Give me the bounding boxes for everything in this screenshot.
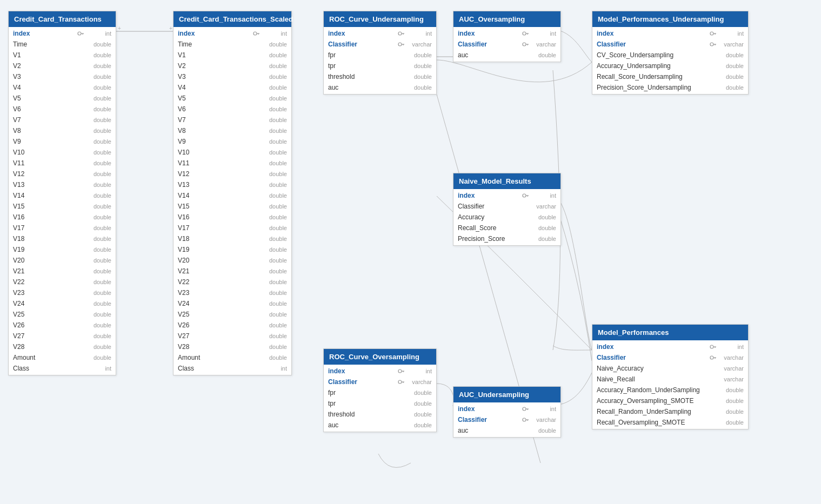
table-auc_undersampling: AUC_UndersamplingindexintClassifiervarch… — [453, 386, 561, 438]
table-row: V17double — [173, 223, 291, 233]
col-name-V5: V5 — [13, 95, 87, 102]
col-type: double — [87, 322, 111, 328]
table-row: V15double — [9, 201, 116, 212]
col-name-Accuracy_Oversampling_SMOTE: Accuracy_Oversampling_SMOTE — [597, 397, 719, 405]
col-type: double — [87, 290, 111, 296]
col-name-V16: V16 — [178, 213, 263, 221]
col-name-V18: V18 — [178, 235, 263, 243]
pk-icon-area — [522, 406, 530, 412]
table-row: indexint — [453, 190, 560, 201]
col-type: double — [719, 84, 744, 91]
table-row: V3double — [9, 71, 116, 82]
col-type: double — [408, 84, 432, 91]
table-row: V6double — [9, 104, 116, 115]
svg-point-43 — [710, 345, 713, 348]
col-name-V24: V24 — [178, 300, 263, 307]
table-row: V7double — [173, 115, 291, 125]
table-credit_card_transactions: Credit_Card_TransactionsindexintTimedoub… — [8, 11, 116, 375]
svg-point-22 — [710, 32, 713, 35]
table-row: thresholddouble — [324, 71, 436, 82]
table-row: Timedouble — [9, 39, 116, 50]
col-name-tpr: tpr — [328, 400, 408, 407]
table-row: V28double — [9, 341, 116, 352]
col-type: varchar — [532, 203, 556, 210]
svg-text:+: + — [118, 25, 121, 31]
table-row: V24double — [9, 298, 116, 309]
col-type: double — [263, 311, 287, 318]
table-row: V20double — [9, 255, 116, 266]
col-name-V11: V11 — [178, 159, 263, 167]
table-row: V15double — [173, 201, 291, 212]
col-type: double — [263, 257, 287, 264]
col-name-V5: V5 — [178, 95, 263, 102]
table-row: V20double — [173, 255, 291, 266]
table-header-auc_undersampling: AUC_Undersampling — [453, 387, 560, 402]
col-type: double — [719, 408, 744, 415]
col-type: double — [263, 160, 287, 166]
table-row: Classifiervarchar — [453, 414, 560, 425]
col-name-V20: V20 — [178, 257, 263, 264]
col-name-index: index — [328, 30, 396, 37]
col-name-V17: V17 — [13, 224, 87, 232]
col-type: double — [87, 236, 111, 242]
table-row: V14double — [173, 190, 291, 201]
col-type: double — [263, 41, 287, 48]
col-type: double — [87, 160, 111, 166]
col-type: double — [719, 63, 744, 69]
col-name-V16: V16 — [13, 213, 87, 221]
col-type: double — [263, 84, 287, 91]
col-type: double — [263, 192, 287, 199]
col-type: double — [87, 257, 111, 264]
col-name-Naive_Accuracy: Naive_Accuracy — [597, 365, 719, 372]
pk-icon-area — [710, 344, 717, 350]
svg-point-34 — [398, 380, 402, 384]
table-header-model_performances: Model_Performances — [592, 325, 748, 340]
pk-icon-area — [398, 368, 405, 374]
col-name-Precision_Score: Precision_Score — [458, 235, 532, 243]
table-header-roc_curve_oversampling: ROC_Curve_Oversampling — [324, 349, 436, 365]
table-row: indexint — [324, 28, 436, 39]
col-type: double — [263, 225, 287, 231]
table-row: V9double — [173, 136, 291, 147]
svg-point-37 — [523, 407, 526, 411]
col-type: double — [263, 138, 287, 145]
col-name-V27: V27 — [178, 332, 263, 340]
col-type: double — [87, 214, 111, 220]
table-row: V4double — [9, 82, 116, 93]
col-name-Naive_Recall: Naive_Recall — [597, 375, 719, 383]
col-type: double — [263, 95, 287, 102]
col-type: double — [87, 192, 111, 199]
col-type: double — [87, 279, 111, 285]
col-name-Class: Class — [178, 365, 263, 372]
table-row: V27double — [9, 331, 116, 341]
col-type: double — [408, 389, 432, 396]
table-header-credit_card_transactions_scaled: Credit_Card_Transactions_Scaled — [173, 11, 291, 27]
table-row: V25double — [173, 309, 291, 320]
col-name-V12: V12 — [178, 170, 263, 178]
table-row: Accuracy_Oversampling_SMOTEdouble — [592, 395, 748, 406]
table-body-model_performances: indexintClassifiervarcharNaive_Accuracyv… — [592, 340, 748, 429]
table-row: V11double — [173, 158, 291, 169]
col-name-V8: V8 — [178, 127, 263, 135]
table-naive_model_results: Naive_Model_ResultsindexintClassifiervar… — [453, 173, 561, 246]
pk-icon-area — [710, 31, 717, 36]
col-type: double — [87, 225, 111, 231]
col-name-V4: V4 — [178, 84, 263, 91]
col-type: double — [87, 95, 111, 102]
table-row: V19double — [9, 244, 116, 255]
col-name-Classifier: Classifier — [328, 378, 396, 386]
table-row: V7double — [9, 115, 116, 125]
col-name-V25: V25 — [13, 311, 87, 318]
fk-icon-area — [522, 417, 530, 422]
col-type: double — [87, 127, 111, 134]
table-row: V25double — [9, 309, 116, 320]
col-type: double — [87, 344, 111, 350]
table-row: V12double — [9, 169, 116, 179]
col-type: double — [532, 214, 556, 220]
col-name-V2: V2 — [178, 62, 263, 70]
col-type: double — [87, 52, 111, 58]
table-row: Recall_Scoredouble — [453, 223, 560, 233]
col-name-tpr: tpr — [328, 62, 408, 70]
col-type: double — [87, 333, 111, 339]
col-name-V8: V8 — [13, 127, 87, 135]
